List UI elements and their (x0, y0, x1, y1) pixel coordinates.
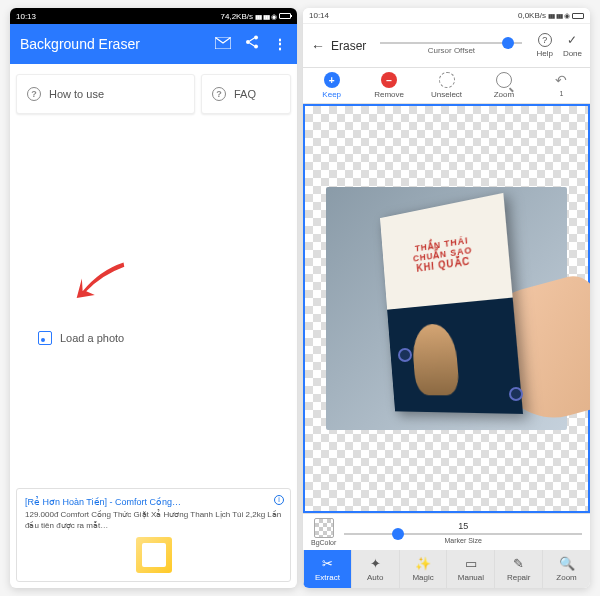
undo-icon: ↶ (555, 72, 567, 88)
help-button[interactable]: ? Help (536, 33, 552, 58)
editor-header: ← Eraser Cursor Offset ? Help ✓ Done (303, 24, 590, 68)
undo-button[interactable]: ↶ 1 (533, 72, 590, 99)
cursor-offset-slider[interactable]: Cursor Offset (372, 36, 530, 55)
magnifier-icon (496, 72, 512, 88)
load-photo-button[interactable]: Load a photo (38, 331, 124, 345)
wifi-icon (271, 12, 277, 21)
book-cover-text: THẦN THÁI CHUẨN SAO KHI QUẮC (380, 193, 513, 310)
app-title: Background Eraser (20, 36, 140, 52)
wifi-icon (564, 11, 570, 20)
tab-magic[interactable]: ✨ Magic (399, 550, 447, 588)
tab-auto[interactable]: ✦ Auto (351, 550, 399, 588)
signal-icon (556, 11, 562, 20)
keep-label: Keep (322, 90, 341, 99)
ad-title: [Rẻ Hơn Hoàn Tiền] - Comfort Cồng… (25, 497, 282, 507)
scissors-icon: ✂ (322, 556, 333, 571)
phone-right: 10:14 0,0KB/s ← Eraser Cursor Offset ? H… (303, 8, 590, 588)
unselect-tool[interactable]: Unselect (418, 72, 475, 99)
plus-icon: + (324, 72, 340, 88)
battery-icon (572, 13, 584, 19)
tab-manual[interactable]: ▭ Manual (446, 550, 494, 588)
slider-thumb[interactable] (502, 37, 514, 49)
unselect-label: Unselect (431, 90, 462, 99)
wand-icon: ✦ (370, 556, 381, 571)
marker-size-slider[interactable]: 15 Marker Size (344, 521, 582, 544)
svg-point-0 (254, 36, 258, 40)
svg-point-2 (254, 45, 258, 49)
ad-image (136, 537, 172, 573)
tab-extract[interactable]: ✂ Extract (303, 550, 351, 588)
edited-photo[interactable]: THẦN THÁI CHUẨN SAO KHI QUẮC (326, 187, 567, 430)
bottom-tabs: ✂ Extract ✦ Auto ✨ Magic ▭ Manual ✎ Repa… (303, 550, 590, 588)
ad-info-icon[interactable]: i (274, 495, 284, 505)
status-bar: 10:14 0,0KB/s (303, 8, 590, 24)
bgcolor-label: BgColor (311, 539, 336, 546)
how-to-use-button[interactable]: ? How to use (16, 74, 195, 114)
tab-manual-label: Manual (458, 573, 484, 582)
how-to-use-label: How to use (49, 88, 104, 100)
tool-row: + Keep − Remove Unselect Zoom ↶ 1 (303, 68, 590, 104)
done-label: Done (563, 49, 582, 58)
faq-label: FAQ (234, 88, 256, 100)
mail-icon[interactable] (215, 35, 231, 53)
help-label: Help (536, 49, 552, 58)
checkerboard-canvas[interactable]: THẦN THÁI CHUẨN SAO KHI QUẮC (305, 106, 588, 511)
marker-size-value: 15 (458, 521, 468, 531)
main-area: Load a photo (10, 124, 297, 482)
keep-tool[interactable]: + Keep (303, 72, 360, 99)
app-header: Background Eraser ⋮ (10, 24, 297, 64)
bottom-panel: BgColor 15 Marker Size ✂ Extract ✦ Auto … (303, 513, 590, 588)
status-icons: 74,2KB/s (221, 12, 291, 21)
phone-left: 10:13 74,2KB/s Background Eraser ⋮ ? How… (10, 8, 297, 588)
back-button[interactable]: ← (311, 38, 325, 54)
marker-size-label: Marker Size (444, 537, 481, 544)
bgcolor-button[interactable]: BgColor (311, 518, 336, 546)
annotation-arrow (55, 238, 138, 327)
status-icons: 0,0KB/s (518, 11, 584, 20)
ad-description: 129.000đ Comfort Cồng Thức Giặt Xả Hương… (25, 509, 282, 531)
help-icon: ? (212, 87, 226, 101)
header-actions: ? Help ✓ Done (536, 33, 582, 58)
status-bar: 10:13 74,2KB/s (10, 8, 297, 24)
network-speed: 0,0KB/s (518, 11, 546, 20)
signal-icon (548, 11, 554, 20)
zoom-tool[interactable]: Zoom (475, 72, 532, 99)
undo-label: 1 (559, 90, 563, 97)
ad-banner[interactable]: i [Rẻ Hơn Hoàn Tiền] - Comfort Cồng… 129… (16, 488, 291, 582)
tab-auto-label: Auto (367, 573, 383, 582)
eraser-icon: ▭ (465, 556, 477, 571)
brush-icon: ✎ (513, 556, 524, 571)
check-icon: ✓ (565, 33, 579, 47)
header-actions: ⋮ (215, 35, 287, 53)
done-button[interactable]: ✓ Done (563, 33, 582, 58)
editor-title: Eraser (331, 39, 366, 53)
unselect-icon (439, 72, 455, 88)
share-icon[interactable] (245, 35, 259, 53)
slider-thumb[interactable] (392, 528, 404, 540)
minus-icon: − (381, 72, 397, 88)
status-time: 10:14 (309, 11, 329, 20)
tab-repair-label: Repair (507, 573, 531, 582)
load-photo-label: Load a photo (60, 332, 124, 344)
marker-size-row: BgColor 15 Marker Size (303, 514, 590, 550)
bgcolor-swatch-icon (314, 518, 334, 538)
canvas-frame: THẦN THÁI CHUẨN SAO KHI QUẮC (303, 104, 590, 513)
tab-repair[interactable]: ✎ Repair (494, 550, 542, 588)
tab-extract-label: Extract (315, 573, 340, 582)
tab-zoom[interactable]: 🔍 Zoom (542, 550, 590, 588)
remove-label: Remove (374, 90, 404, 99)
tab-magic-label: Magic (412, 573, 433, 582)
signal-icon (255, 12, 261, 21)
photo-icon (38, 331, 52, 345)
battery-icon (279, 13, 291, 19)
status-time: 10:13 (16, 12, 36, 21)
signal-icon (263, 12, 269, 21)
menu-icon[interactable]: ⋮ (273, 36, 287, 52)
cursor-offset-label: Cursor Offset (428, 46, 475, 55)
book-image: THẦN THÁI CHUẨN SAO KHI QUẮC (380, 193, 523, 414)
magnifier-icon: 🔍 (559, 556, 575, 571)
faq-button[interactable]: ? FAQ (201, 74, 291, 114)
remove-tool[interactable]: − Remove (360, 72, 417, 99)
magic-icon: ✨ (415, 556, 431, 571)
help-icon: ? (538, 33, 552, 47)
